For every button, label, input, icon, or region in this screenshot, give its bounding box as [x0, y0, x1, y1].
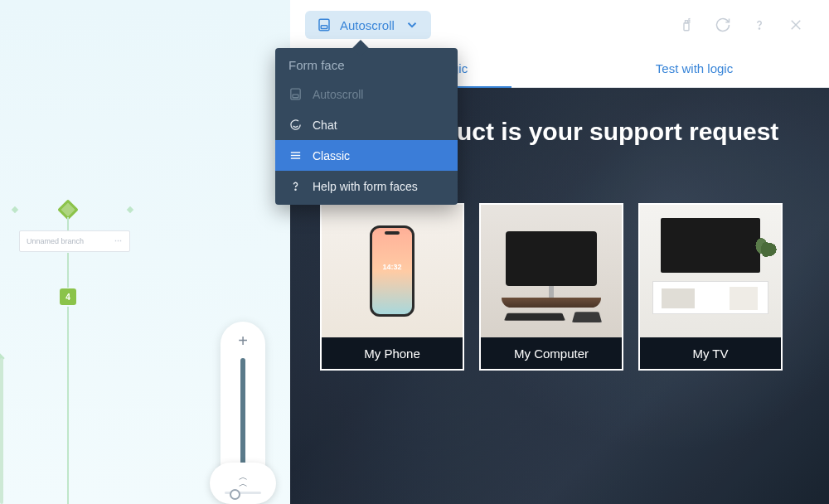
svg-point-12 — [295, 189, 296, 190]
monitor-stand — [502, 298, 601, 308]
close-icon[interactable] — [778, 7, 814, 43]
dropdown-item-label: Help with form faces — [313, 180, 418, 193]
form-face-selector[interactable]: Autoscroll — [305, 11, 431, 39]
phone-clock: 14:32 — [372, 263, 412, 271]
question-node-number: 4 — [65, 293, 70, 302]
tv-console-illustration — [652, 281, 768, 314]
branch-connector-right — [83, 207, 133, 212]
svg-rect-2 — [684, 23, 689, 31]
option-image: 14:32 — [322, 205, 463, 337]
help-icon — [288, 179, 303, 193]
form-face-label: Autoscroll — [340, 18, 395, 32]
zoom-in-button[interactable]: + — [234, 332, 252, 350]
autoscroll-icon — [288, 87, 303, 101]
dropdown-item-autoscroll[interactable]: Autoscroll — [275, 79, 458, 109]
zoom-mini-slider[interactable] — [225, 492, 261, 494]
svg-rect-8 — [293, 94, 298, 98]
branch-menu-icon[interactable]: ⋯ — [114, 237, 123, 245]
dropdown-header: Form face — [275, 48, 458, 79]
option-image — [640, 205, 781, 337]
dropdown-item-help[interactable]: Help with form faces — [275, 171, 458, 201]
option-label: My TV — [640, 337, 781, 369]
svg-rect-1 — [321, 26, 327, 29]
svg-point-4 — [759, 28, 759, 29]
dropdown-item-classic[interactable]: Classic — [275, 140, 458, 171]
branch-card[interactable]: Unnamed branch ⋯ — [19, 230, 130, 252]
tv-illustration — [661, 218, 760, 273]
tab-label: Test with logic — [656, 61, 733, 75]
option-card-tv[interactable]: My TV — [638, 203, 783, 371]
tab-test-with-logic[interactable]: Test with logic — [560, 50, 829, 87]
option-label: My Phone — [322, 337, 463, 369]
side-flow-line — [0, 358, 3, 504]
chevron-down-icon — [405, 17, 419, 32]
classic-icon — [288, 148, 303, 162]
options-row: 14:32 My Phone My Computer — [320, 203, 799, 371]
dropdown-item-chat[interactable]: Chat — [275, 109, 458, 140]
refresh-icon[interactable] — [705, 7, 741, 43]
dropdown-item-label: Classic — [313, 149, 350, 162]
dropdown-item-label: Chat — [313, 119, 337, 132]
dropdown-item-label: Autoscroll — [313, 88, 363, 101]
canvas-panel: Unnamed branch ⋯ 4 + ︿︿ — [0, 0, 290, 504]
flow-line — [67, 253, 69, 288]
flow-line-2 — [67, 307, 69, 504]
topbar: Autoscroll — [290, 0, 829, 50]
spray-icon[interactable] — [668, 7, 705, 43]
option-image — [481, 205, 622, 337]
option-card-phone[interactable]: 14:32 My Phone — [320, 203, 464, 371]
help-icon[interactable] — [741, 7, 778, 43]
zoom-knob[interactable]: ︿︿ — [210, 463, 276, 504]
keyboard-illustration — [504, 313, 565, 321]
mousepad-illustration — [572, 312, 602, 322]
plant-illustration — [754, 231, 778, 268]
phone-illustration: 14:32 — [370, 225, 414, 317]
svg-rect-3 — [686, 21, 688, 23]
chevron-up-icon: ︿︿ — [239, 473, 248, 487]
question-node[interactable]: 4 — [60, 288, 76, 305]
branch-connector-left — [12, 207, 57, 212]
monitor-illustration — [506, 231, 597, 286]
autoscroll-icon — [317, 17, 332, 32]
branch-label: Unnamed branch — [27, 237, 84, 245]
form-face-dropdown: Form face Autoscroll Chat Classic Help w… — [275, 48, 458, 205]
chat-icon — [288, 118, 303, 132]
option-label: My Computer — [481, 337, 622, 369]
option-card-computer[interactable]: My Computer — [479, 203, 623, 371]
